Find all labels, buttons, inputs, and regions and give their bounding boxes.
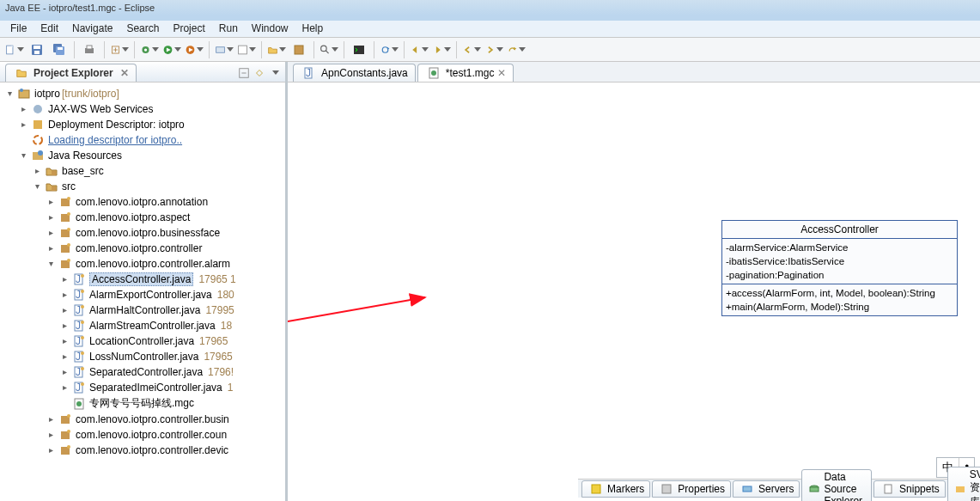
tree-pkg-alarm[interactable]: com.lenovo.iotpro.controller.alarm (76, 258, 230, 270)
tree-loading[interactable]: Loading descriptor for iotpro.. (48, 134, 182, 146)
twisty-collapse-icon[interactable]: ▾ (5, 89, 14, 98)
uml-op: +access(AlarmForm, int, Model, boolean):… (726, 286, 953, 300)
java-file-icon: J (72, 288, 86, 302)
tree-file-mgc[interactable]: 专网专号号码掉线.mgc (89, 396, 194, 411)
menu-edit[interactable]: Edit (33, 19, 65, 37)
svg-rect-88 (743, 486, 752, 492)
history-back-button[interactable] (462, 40, 481, 59)
tree-pkg[interactable]: com.lenovo.iotpro.controller (76, 242, 202, 254)
tree-pkg[interactable]: com.lenovo.iotpro.businessface (76, 227, 220, 239)
link-editor-icon[interactable] (253, 66, 266, 80)
new-server-button[interactable] (215, 40, 234, 59)
print-button[interactable] (80, 40, 99, 59)
package-button[interactable] (289, 40, 308, 59)
close-tab-icon[interactable]: ✕ (497, 67, 506, 79)
svg-rect-37 (52, 186, 56, 191)
markers-icon (589, 482, 603, 496)
svg-text:J: J (76, 351, 81, 363)
datasource-tab[interactable]: Data Source Explorer (801, 469, 872, 502)
tree-pkg[interactable]: com.lenovo.iotpro.controller.busin (76, 413, 229, 425)
tree-project-root[interactable]: iotpro (34, 88, 60, 100)
save-button[interactable] (27, 40, 46, 59)
project-explorer-title: Project Explorer (33, 67, 113, 79)
diagram-canvas[interactable]: AccessController -alarmService:AlarmServ… (288, 82, 980, 501)
save-all-button[interactable] (50, 40, 69, 59)
svg-rect-7 (58, 47, 63, 50)
build-button[interactable] (110, 40, 129, 59)
project-tree[interactable]: ▾ iotpro [trunk/iotpro] ▸JAX-WS Web Serv… (0, 82, 285, 501)
close-view-icon[interactable]: ✕ (120, 67, 129, 79)
tree-file[interactable]: AlarmExportController.java (89, 289, 212, 301)
editor-tab-label: *test1.mgc (446, 67, 495, 79)
markers-tab[interactable]: Markers (581, 480, 650, 498)
collapse-all-icon[interactable] (237, 66, 251, 80)
servers-tab[interactable]: Servers (733, 480, 800, 498)
editor-tab-test1[interactable]: *test1.mgc ✕ (417, 64, 514, 82)
svg-rect-86 (592, 485, 600, 493)
tree-file[interactable]: AlarmStreamController.java (89, 320, 216, 332)
svn-tab[interactable]: SVN 资源库 (947, 467, 980, 502)
tree-pkg[interactable]: com.lenovo.iotpro.aspect (76, 211, 190, 223)
snippets-tab[interactable]: Snippets (873, 480, 946, 498)
properties-tab[interactable]: Properties (652, 480, 731, 498)
svg-rect-3 (33, 46, 40, 49)
snippets-icon (881, 482, 895, 496)
svg-text:J: J (306, 67, 311, 79)
svg-point-47 (67, 259, 70, 262)
nav-back-button[interactable] (410, 40, 429, 59)
tree-deploy[interactable]: Deployment Descriptor: iotpro (48, 119, 185, 131)
run-button[interactable] (162, 40, 181, 59)
open-type-button[interactable] (237, 40, 256, 59)
run-ext-button[interactable] (185, 40, 204, 59)
menu-navigate[interactable]: Navigate (65, 19, 119, 37)
menu-help[interactable]: Help (295, 19, 331, 37)
svg-rect-4 (34, 51, 40, 54)
menu-file[interactable]: File (3, 19, 33, 37)
redo-button[interactable] (507, 40, 526, 59)
svg-rect-36 (52, 171, 56, 175)
project-explorer-tab[interactable]: Project Explorer ✕ (5, 64, 137, 82)
tree-src[interactable]: src (62, 180, 76, 192)
tree-file-access[interactable]: AccessController.java (89, 272, 193, 286)
database-icon (809, 482, 819, 496)
menu-run[interactable]: Run (212, 19, 245, 37)
new-button[interactable] (5, 40, 24, 59)
search-button[interactable] (320, 40, 338, 59)
tree-pkg[interactable]: com.lenovo.iotpro.annotation (76, 196, 208, 208)
tree-jaxws[interactable]: JAX-WS Web Services (48, 103, 153, 115)
sync-button[interactable] (380, 40, 399, 59)
package-icon (58, 226, 72, 240)
java-file-icon: J (72, 272, 86, 286)
svg-point-43 (67, 228, 70, 231)
debug-button[interactable] (140, 40, 159, 59)
svg-rect-32 (33, 120, 42, 129)
menu-project[interactable]: Project (166, 19, 211, 37)
java-file-icon: J (72, 381, 86, 394)
editor-tab-apnconstants[interactable]: J ApnConstants.java (293, 64, 416, 82)
tree-file[interactable]: LocationController.java (89, 335, 194, 347)
menu-window[interactable]: Window (245, 19, 295, 37)
java-file-icon: J (72, 319, 86, 333)
editor-tab-bar: J ApnConstants.java *test1.mgc ✕ (288, 62, 980, 82)
menu-search[interactable]: Search (119, 19, 166, 37)
terminal-button[interactable] (350, 40, 368, 59)
nav-next-button[interactable] (432, 40, 451, 59)
svg-marker-25 (436, 46, 441, 52)
view-menu-icon[interactable] (268, 66, 282, 80)
svg-point-71 (81, 382, 84, 386)
svg-rect-0 (7, 46, 13, 54)
tree-file[interactable]: SeparatedController.java (89, 366, 203, 378)
folder-button[interactable] (267, 40, 286, 59)
tree-pkg[interactable]: com.lenovo.iotpro.controller.devic (76, 444, 228, 456)
tree-pkg[interactable]: com.lenovo.iotpro.controller.coun (76, 429, 227, 441)
java-file-icon: J (72, 365, 86, 379)
tree-file[interactable]: SeparatedImeiController.java (89, 382, 222, 394)
svg-rect-9 (87, 46, 92, 49)
svg-point-75 (67, 414, 70, 418)
tree-javares[interactable]: Java Resources (48, 150, 122, 162)
uml-class-box[interactable]: AccessController -alarmService:AlarmServ… (721, 220, 958, 316)
tree-file[interactable]: LossNumController.java (89, 351, 198, 363)
tree-file[interactable]: AlarmHaltController.java (89, 304, 200, 316)
tree-base-src[interactable]: base_src (62, 165, 104, 177)
history-fwd-button[interactable] (484, 40, 503, 59)
